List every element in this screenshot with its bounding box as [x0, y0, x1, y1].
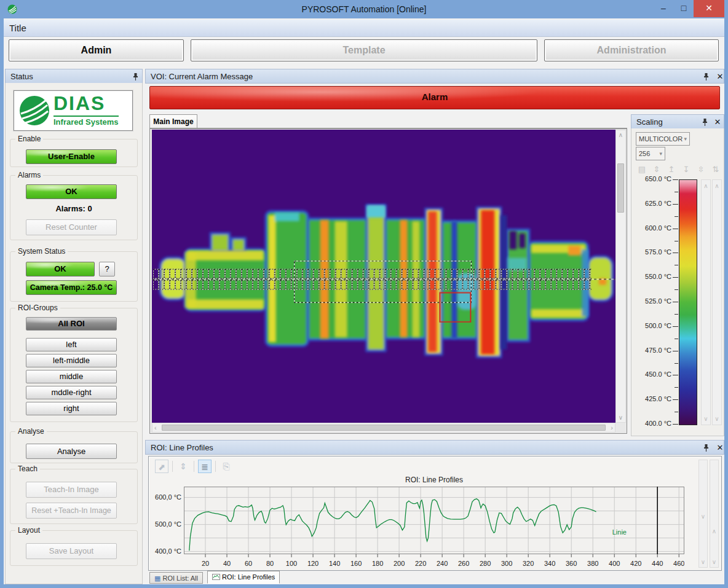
scale-minor-tick: [675, 314, 678, 315]
scroll-left-icon[interactable]: ‹: [154, 424, 157, 431]
fit-vertical-icon[interactable]: ⇕: [176, 460, 190, 473]
chevron-down-icon[interactable]: ∨: [702, 415, 710, 422]
toolbar-separator: [215, 461, 216, 472]
roi-group-button[interactable]: middle: [26, 370, 117, 383]
scale-minor-tick: [675, 339, 678, 339]
tab-line-profiles[interactable]: ROI: Line Profiles: [207, 571, 280, 584]
palette-select[interactable]: ▾ MULTICOLOR: [636, 132, 690, 146]
roi-group-button[interactable]: right: [26, 402, 117, 415]
profiles-panel-title: ROI: Line Profiles: [151, 443, 213, 452]
levels-select[interactable]: ▾ 256: [636, 147, 665, 160]
alarms-status-indicator: OK: [26, 184, 117, 199]
dias-logo: DIAS Infrared Systems: [14, 90, 133, 131]
maximize-button[interactable]: □: [674, 0, 694, 17]
scale-tick-label: 400.0 °C: [631, 420, 671, 427]
x-tick-label: 120: [307, 560, 318, 567]
image-vscrollbar[interactable]: ∧ ∨: [615, 130, 626, 423]
roi-group-button[interactable]: All ROI: [26, 317, 117, 331]
system-help-button[interactable]: ?: [99, 262, 115, 276]
scale-minor-tick: [675, 192, 678, 192]
image-hscrollbar[interactable]: ‹ ›: [152, 423, 615, 433]
copy-icon[interactable]: ⎘: [220, 460, 233, 473]
close-icon[interactable]: ✕: [715, 69, 725, 84]
chevron-up-icon[interactable]: ∧: [710, 528, 718, 535]
x-tick-label: 80: [266, 560, 274, 567]
close-button[interactable]: ✕: [694, 0, 724, 17]
x-tick-label: 440: [652, 560, 663, 567]
chart-scroll-track-2[interactable]: ∧ ∨: [710, 460, 719, 568]
chevron-up-icon[interactable]: ∧: [713, 182, 721, 189]
list-view-icon[interactable]: ≣: [198, 460, 212, 473]
pin-icon[interactable]: [702, 118, 708, 127]
user-enable-button[interactable]: User-Enable: [26, 149, 117, 164]
levels-select-value: 256: [639, 150, 650, 157]
pin-icon[interactable]: [132, 73, 139, 81]
x-tick-label: 320: [523, 560, 534, 567]
alarm-count-label: Alarms: 0: [10, 204, 138, 213]
scale-min-down-icon[interactable]: ↧: [680, 164, 692, 175]
tab-roi-list-label: ROI List: All: [162, 574, 197, 582]
thermal-image[interactable]: [152, 130, 615, 423]
line-chart-icon: [212, 574, 220, 580]
chevron-down-icon[interactable]: ∨: [713, 415, 721, 422]
scale-minor-tick: [675, 412, 678, 412]
y-tick-label: 500,0 °C: [146, 520, 181, 528]
reset-teach-in-image-button[interactable]: Reset +Teach-In Image: [26, 503, 117, 519]
profiles-panel-header: ROI: Line Profiles ✕: [145, 440, 724, 455]
scale-minor-tick: [675, 289, 678, 290]
x-tick-label: 200: [394, 560, 405, 567]
reset-counter-button[interactable]: Reset Counter: [26, 219, 117, 235]
pin-icon[interactable]: [703, 444, 710, 452]
chevron-down-icon[interactable]: ∨: [699, 559, 707, 565]
scale-shift-icon[interactable]: ⇅: [710, 164, 722, 175]
chevron-up-icon[interactable]: ∧: [702, 182, 710, 189]
save-layout-button[interactable]: Save Layout: [26, 543, 117, 559]
export-icon[interactable]: ⬈: [155, 460, 168, 473]
close-icon[interactable]: ✕: [713, 115, 722, 129]
x-tick-label: 420: [630, 560, 641, 567]
scale-properties-icon[interactable]: ▤: [636, 164, 648, 175]
temperature-colorbar: [679, 179, 697, 425]
chevron-down-icon: ▾: [659, 147, 662, 160]
chart-scroll-track-1[interactable]: ∨ ∨: [698, 460, 708, 568]
scale-auto-icon[interactable]: ⇕: [651, 164, 663, 175]
scroll-right-icon[interactable]: ›: [611, 424, 613, 431]
scale-min-slider[interactable]: ∧ ∨: [712, 179, 722, 425]
hscroll-thumb[interactable]: [162, 425, 606, 431]
nav-tab-admin[interactable]: Admin: [9, 39, 184, 61]
analyse-button[interactable]: Analyse: [26, 444, 117, 459]
tab-line-profiles-label: ROI: Line Profiles: [222, 573, 275, 581]
status-panel-header: Status: [5, 69, 143, 84]
roi-groups-group-label: ROI-Groups: [15, 304, 60, 312]
scale-tick: [673, 351, 678, 351]
alarms-group-label: Alarms: [15, 171, 43, 179]
scale-stretch-icon[interactable]: ⇳: [695, 164, 707, 175]
tab-main-image[interactable]: Main Image: [149, 114, 197, 128]
analyse-group-label: Analyse: [15, 427, 47, 436]
y-tick-label: 400,0 °C: [146, 547, 181, 555]
title-bar[interactable]: PYROSOFT Automation [Online] – □ ✕: [0, 0, 728, 18]
scroll-down-icon[interactable]: ∨: [616, 414, 625, 421]
roi-group-button[interactable]: mddle-right: [26, 386, 117, 399]
scale-max-up-icon[interactable]: ↥: [665, 164, 678, 175]
vscroll-thumb[interactable]: [617, 163, 624, 213]
x-tick-label: 260: [458, 560, 469, 567]
scroll-up-icon[interactable]: ∧: [616, 131, 625, 138]
scale-minor-tick: [675, 265, 678, 265]
minimize-button[interactable]: –: [653, 0, 674, 17]
chevron-down-icon: ▾: [684, 133, 687, 145]
line-profiles-chart[interactable]: 2040608010012014016018020022024026028030…: [184, 487, 684, 571]
nav-tab-administration[interactable]: Administration: [544, 39, 719, 61]
close-icon[interactable]: ✕: [715, 441, 725, 455]
scale-max-slider[interactable]: ∧ ∨: [701, 179, 711, 425]
teach-in-image-button[interactable]: Teach-In Image: [26, 482, 117, 498]
roi-group-button[interactable]: left: [26, 338, 117, 351]
app-window: PYROSOFT Automation [Online] – □ ✕ Title…: [0, 0, 728, 588]
roi-group-button[interactable]: left-middle: [26, 354, 117, 367]
nav-tab-template[interactable]: Template: [191, 39, 537, 61]
tab-roi-list[interactable]: ▦ ROI List: All: [149, 572, 203, 584]
status-panel-title: Status: [10, 72, 33, 81]
chevron-down-icon[interactable]: ∨: [710, 559, 718, 565]
chevron-down-icon[interactable]: ∨: [699, 513, 707, 520]
pin-icon[interactable]: [703, 73, 710, 81]
